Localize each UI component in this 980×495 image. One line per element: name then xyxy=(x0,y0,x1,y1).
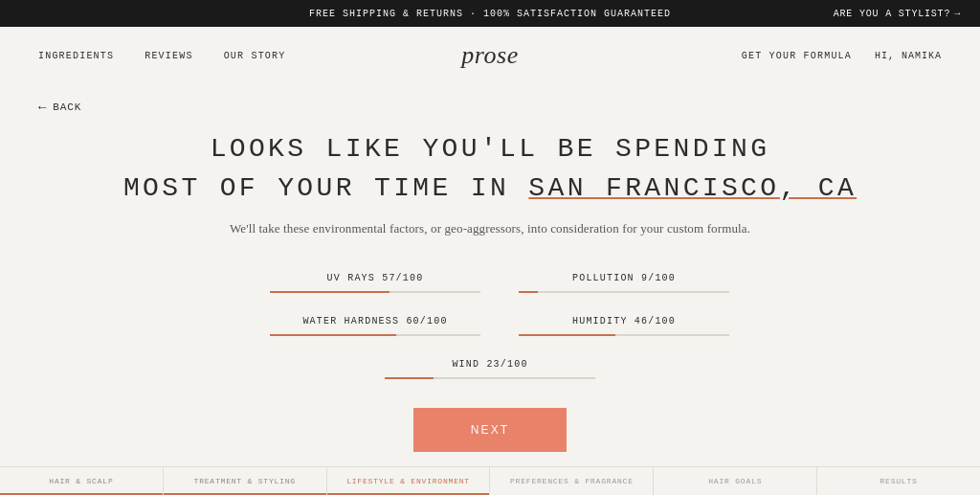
progress-hair-goals[interactable]: HAIR GOALS xyxy=(654,467,817,495)
stylist-link[interactable]: ARE YOU A STYLIST? → xyxy=(834,9,961,19)
metric-uv-rays-fill xyxy=(270,291,390,293)
nav-ingredients[interactable]: INGREDIENTS xyxy=(38,51,114,61)
progress-preferences-fragrance-label: PREFERENCES & FRAGRANCE xyxy=(510,477,634,485)
nav-reviews[interactable]: REVIEWS xyxy=(145,51,192,61)
metric-water-hardness: WATER HARDNESS 60/100 xyxy=(251,306,500,349)
metric-pollution-label: POLLUTION 9/100 xyxy=(572,273,676,283)
nav-left: INGREDIENTS REVIEWS OUR STORY xyxy=(38,51,285,61)
stylist-text: ARE YOU A STYLIST? xyxy=(834,9,950,19)
metric-water-hardness-label: WATER HARDNESS 60/100 xyxy=(302,316,447,326)
metric-uv-rays-label: UV RAYS 57/100 xyxy=(327,273,424,283)
main-content: LOOKS LIKE YOU'LL BE SPENDING MOST OF YO… xyxy=(0,130,980,452)
metric-wind: WIND 23/100 xyxy=(366,349,614,393)
metric-pollution-fill xyxy=(519,291,538,293)
wind-metric: WIND 23/100 xyxy=(366,349,614,393)
progress-lifestyle-environment-label: LIFESTYLE & ENVIRONMENT xyxy=(346,477,470,485)
nav-right: GET YOUR FORMULA HI, NAMIKA xyxy=(742,51,942,61)
back-button[interactable]: ← BACK xyxy=(0,84,120,130)
progress-hair-scalp-label: HAIR & SCALP xyxy=(49,477,113,485)
main-nav: INGREDIENTS REVIEWS OUR STORY prose GET … xyxy=(0,27,980,84)
progress-lifestyle-environment[interactable]: LIFESTYLE & ENVIRONMENT xyxy=(327,467,491,495)
metric-wind-bar xyxy=(385,377,595,379)
metric-wind-label: WIND 23/100 xyxy=(452,359,527,370)
get-formula-link[interactable]: GET YOUR FORMULA xyxy=(742,51,852,61)
metric-pollution: POLLUTION 9/100 xyxy=(500,263,748,306)
metric-humidity: HUMIDITY 46/100 xyxy=(500,306,748,349)
progress-preferences-fragrance[interactable]: PREFERENCES & FRAGRANCE xyxy=(490,467,654,495)
metric-humidity-label: HUMIDITY 46/100 xyxy=(572,316,676,326)
progress-hair-scalp[interactable]: HAIR & SCALP xyxy=(0,467,164,495)
announcement-bar: FREE SHIPPING & RETURNS · 100% SATISFACT… xyxy=(0,0,980,27)
metric-pollution-bar xyxy=(519,291,729,293)
announcement-text: FREE SHIPPING & RETURNS · 100% SATISFACT… xyxy=(309,9,671,19)
progress-bar: HAIR & SCALP TREATMENT & STYLING LIFESTY… xyxy=(0,466,980,495)
user-greeting: HI, NAMIKA xyxy=(875,51,942,61)
progress-treatment-styling-label: TREATMENT & STYLING xyxy=(194,477,296,485)
headline-location: SAN FRANCISCO, CA xyxy=(528,173,857,203)
progress-results-label: RESULTS xyxy=(880,477,917,485)
headline-line1: LOOKS LIKE YOU'LL BE SPENDING xyxy=(211,134,770,164)
progress-segments: HAIR & SCALP TREATMENT & STYLING LIFESTY… xyxy=(0,467,980,495)
progress-results[interactable]: RESULTS xyxy=(817,467,980,495)
metric-wind-fill xyxy=(385,377,434,379)
headline-line2: MOST OF YOUR TIME IN xyxy=(123,173,509,203)
subtitle: We'll take these environmental factors, … xyxy=(230,221,750,236)
metrics-grid: UV RAYS 57/100 POLLUTION 9/100 WATER HAR… xyxy=(251,263,729,349)
nav-our-story[interactable]: OUR STORY xyxy=(224,51,286,61)
logo[interactable]: prose xyxy=(461,41,518,70)
back-label: BACK xyxy=(53,101,81,113)
metric-water-hardness-bar xyxy=(270,334,480,336)
metric-uv-rays: UV RAYS 57/100 xyxy=(251,263,500,306)
metric-humidity-bar xyxy=(519,334,729,336)
metric-uv-rays-bar xyxy=(270,291,480,293)
headline: LOOKS LIKE YOU'LL BE SPENDING MOST OF YO… xyxy=(123,130,857,208)
metric-water-hardness-fill xyxy=(270,334,396,336)
next-button[interactable]: NEXT xyxy=(413,408,568,452)
metric-humidity-fill xyxy=(519,334,615,336)
progress-hair-goals-label: HAIR GOALS xyxy=(708,477,762,485)
progress-treatment-styling[interactable]: TREATMENT & STYLING xyxy=(164,467,327,495)
stylist-arrow: → xyxy=(954,9,961,19)
back-arrow-icon: ← xyxy=(38,100,47,115)
